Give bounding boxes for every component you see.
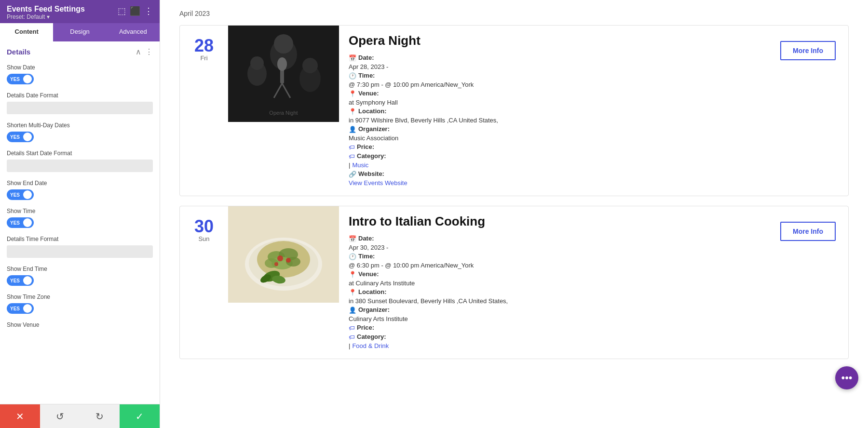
opera-venue-row: 📍 Venue:	[349, 90, 766, 97]
show-date-label: Show Date	[7, 64, 153, 71]
opera-details: Opera Night 📅 Date: Apr 28, 2023 - 🕐 Tim…	[339, 26, 775, 196]
toggle-yes-label-3: YES	[8, 191, 22, 199]
expand-icon[interactable]: ⬚	[118, 6, 126, 16]
show-time-row: Show Time YES	[0, 204, 160, 232]
show-date-toggle[interactable]: YES	[7, 74, 34, 84]
toggle-yes-label-2: YES	[8, 134, 22, 141]
section-options-icon[interactable]: ⋮	[145, 47, 153, 56]
show-end-time-row: Show End Time YES	[0, 262, 160, 290]
venue-icon: 📍	[349, 90, 356, 97]
reset-button[interactable]: ↺	[40, 404, 80, 428]
shorten-multi-day-toggle[interactable]: YES	[7, 132, 34, 142]
show-time-zone-row: Show Time Zone YES	[0, 290, 160, 318]
opera-date-value: Apr 28, 2023 -	[349, 63, 388, 70]
show-venue-row: Show Venue	[0, 318, 160, 335]
toggle-yes-label-6: YES	[8, 305, 22, 312]
panel-header: Events Feed Settings Preset: Default ▾ ⬚…	[0, 0, 160, 23]
collapse-icon[interactable]: ∧	[136, 47, 141, 56]
cooking-organizer-value-row: Culinary Arts Institute	[349, 315, 766, 322]
more-options-icon[interactable]: ⋮	[144, 6, 153, 16]
close-button[interactable]: ✕	[0, 404, 40, 428]
clock-icon-2: 🕐	[349, 253, 356, 260]
redo-button[interactable]: ↻	[80, 404, 120, 428]
details-date-format-label: Details Date Format	[7, 92, 153, 99]
panel-preset[interactable]: Preset: Default ▾	[7, 13, 85, 20]
floating-bubble[interactable]: •••	[835, 366, 858, 389]
location-icon-2: 📍	[349, 289, 356, 296]
details-date-format-input[interactable]	[7, 102, 153, 114]
toggle-knob-2	[23, 133, 32, 141]
clock-icon: 🕐	[349, 72, 356, 80]
details-start-date-format-label: Details Start Date Format	[7, 150, 153, 157]
opera-website-value-row: View Events Website	[349, 179, 766, 187]
show-end-time-toggle[interactable]: YES	[7, 275, 34, 286]
category-icon: 🏷	[349, 153, 355, 160]
details-time-format-input[interactable]	[7, 245, 153, 258]
toggle-knob-4	[23, 218, 32, 227]
show-time-zone-toggle[interactable]: YES	[7, 303, 34, 314]
svg-point-10	[302, 58, 318, 73]
details-start-date-format-row: Details Start Date Format	[0, 146, 160, 176]
cooking-date-row: 📅 Date:	[349, 235, 766, 242]
show-end-date-toggle[interactable]: YES	[7, 189, 34, 200]
panel-body: Details ∧ ⋮ Show Date YES Details Date F…	[0, 41, 160, 404]
cooking-date-block: 30 Sun	[180, 206, 228, 247]
section-header-icons: ∧ ⋮	[136, 47, 153, 56]
cooking-details: Intro to Italian Cooking 📅 Date: Apr 30,…	[339, 206, 775, 359]
cooking-time-row: 🕐 Time:	[349, 253, 766, 260]
cooking-time-label: Time:	[358, 253, 375, 260]
opera-category-value-row: | Music	[349, 161, 766, 169]
tab-advanced[interactable]: Advanced	[107, 23, 160, 41]
columns-icon[interactable]: ⬛	[130, 6, 140, 16]
cooking-day-name: Sun	[198, 235, 209, 242]
toggle-yes-label-4: YES	[8, 219, 22, 227]
opera-time-row: 🕐 Time:	[349, 72, 766, 80]
opera-category-prefix: |	[349, 161, 350, 169]
cooking-category-prefix: |	[349, 342, 350, 349]
opera-website-row: 🔗 Website:	[349, 170, 766, 178]
cooking-category-link[interactable]: Food & Drink	[352, 342, 389, 349]
details-date-format-row: Details Date Format	[0, 88, 160, 118]
opera-card-right: More Info	[775, 26, 848, 68]
cooking-venue-row: 📍 Venue:	[349, 270, 766, 278]
cooking-date-value: Apr 30, 2023 -	[349, 244, 388, 251]
confirm-button[interactable]: ✓	[120, 404, 160, 428]
opera-organizer-row: 👤 Organizer:	[349, 125, 766, 133]
event-card-opera: 28 Fri Opera Night	[179, 25, 849, 196]
cooking-date-label: Date:	[358, 235, 374, 242]
show-date-row: Show Date YES	[0, 60, 160, 88]
opera-location-row: 📍 Location:	[349, 107, 766, 115]
event-card-cooking: 30 Sun	[179, 206, 849, 359]
toggle-yes-label: YES	[8, 76, 22, 83]
opera-category-label: Category:	[357, 152, 386, 160]
price-icon-2: 🏷	[349, 324, 355, 332]
opera-date-block: 28 Fri	[180, 26, 228, 67]
show-end-date-row: Show End Date YES	[0, 176, 160, 204]
show-time-toggle[interactable]: YES	[7, 217, 34, 228]
panel-title: Events Feed Settings	[7, 5, 85, 13]
opera-price-row: 🏷 Price:	[349, 143, 766, 151]
opera-date-value-row: Apr 28, 2023 -	[349, 63, 766, 70]
opera-venue-value: at Symphony Hall	[349, 99, 398, 106]
panel-header-icons: ⬚ ⬛ ⋮	[118, 5, 153, 16]
opera-location-value: in 9077 Wilshire Blvd, Beverly Hills ,CA…	[349, 117, 498, 124]
opera-more-info-button[interactable]: More Info	[780, 41, 836, 60]
details-time-format-row: Details Time Format	[0, 232, 160, 262]
opera-title: Opera Night	[349, 33, 766, 48]
details-start-date-format-input[interactable]	[7, 160, 153, 172]
calendar-icon-2: 📅	[349, 235, 356, 242]
svg-text:Opera Night: Opera Night	[269, 110, 298, 116]
calendar-icon: 📅	[349, 54, 356, 62]
show-end-date-label: Show End Date	[7, 180, 153, 187]
opera-location-value-row: in 9077 Wilshire Blvd, Beverly Hills ,CA…	[349, 117, 766, 124]
details-time-format-label: Details Time Format	[7, 236, 153, 242]
opera-venue-value-row: at Symphony Hall	[349, 99, 766, 106]
panel-tabs: Content Design Advanced	[0, 23, 160, 41]
show-end-time-label: Show End Time	[7, 266, 153, 272]
tab-design[interactable]: Design	[53, 23, 106, 41]
svg-point-4	[277, 57, 287, 71]
opera-website-link[interactable]: View Events Website	[349, 179, 407, 187]
tab-content[interactable]: Content	[0, 23, 53, 41]
cooking-more-info-button[interactable]: More Info	[780, 222, 836, 241]
opera-category-link[interactable]: Music	[352, 161, 368, 169]
